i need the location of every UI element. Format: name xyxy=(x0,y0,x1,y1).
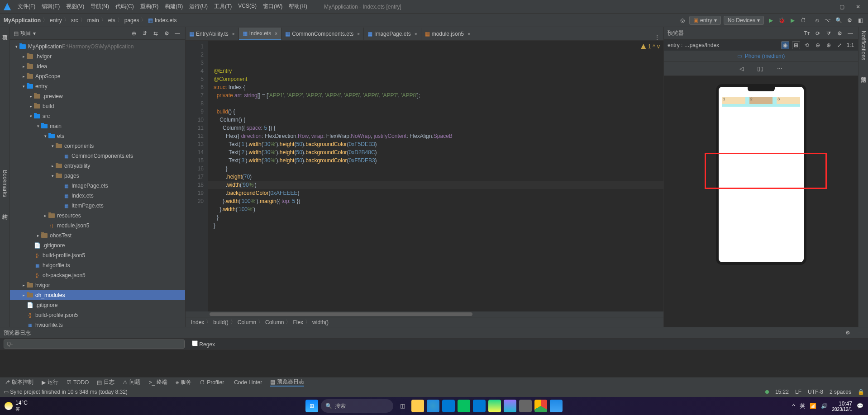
status-line-ending[interactable]: LF xyxy=(795,389,801,395)
code-crumb[interactable]: Index xyxy=(191,319,204,325)
tab-close-icon[interactable]: × xyxy=(415,32,417,37)
crumb[interactable]: pages xyxy=(124,17,139,24)
tree-row[interactable]: ▾ets xyxy=(10,131,185,141)
editor-tab[interactable]: ▦CommonComponents.ets× xyxy=(281,28,364,40)
gutter-previewer[interactable]: 预览器 xyxy=(859,71,867,75)
close-icon[interactable]: ✕ xyxy=(852,2,864,11)
sidebar-title[interactable]: ▤ 项目 ▾ xyxy=(14,29,36,37)
menu-代码(C)[interactable]: 代码(C) xyxy=(112,3,137,10)
pycharm-icon[interactable] xyxy=(488,400,501,412)
menu-VCS(S)[interactable]: VCS(S) xyxy=(235,3,260,10)
tree-row[interactable]: ▦ImagePage.ets xyxy=(10,181,185,191)
target-icon[interactable]: ◎ xyxy=(678,16,687,24)
git-icon[interactable]: ⌥ xyxy=(824,16,832,24)
crumb[interactable]: MyApplication xyxy=(4,17,41,24)
minimize-icon[interactable]: — xyxy=(819,2,832,11)
tool-运行[interactable]: ▶运行 xyxy=(42,378,58,386)
tree-row[interactable]: ▸.idea xyxy=(10,61,185,71)
gutter-bookmarks[interactable]: Bookmarks xyxy=(2,168,8,199)
tree-row[interactable]: ▸oh_modules xyxy=(10,290,185,300)
crumb[interactable]: src xyxy=(71,17,78,24)
settings-icon[interactable]: ⚙ xyxy=(845,16,854,24)
tree-row[interactable]: ▾main xyxy=(10,121,185,131)
menu-视图(V)[interactable]: 视图(V) xyxy=(63,3,87,10)
code-crumb[interactable]: build() xyxy=(213,319,228,325)
menu-编辑(E)[interactable]: 编辑(E) xyxy=(38,3,63,10)
tab-close-icon[interactable]: × xyxy=(467,32,470,37)
locate-icon[interactable]: ⊕ xyxy=(130,29,138,38)
code-crumb[interactable]: Column xyxy=(265,319,284,325)
gear-icon[interactable]: ⚙ xyxy=(162,29,171,38)
tool-终端[interactable]: >_终端 xyxy=(148,378,167,386)
nav-multi-icon[interactable]: ⊞ xyxy=(792,41,800,49)
expand-icon[interactable]: ⇵ xyxy=(141,29,149,38)
code-crumb[interactable]: Flex xyxy=(293,319,303,325)
status-encoding[interactable]: UTF-8 xyxy=(808,389,823,395)
tt-icon[interactable]: Tт xyxy=(803,29,811,38)
fold-icon[interactable]: ▯▯ xyxy=(754,65,766,73)
tray-clock[interactable]: 10:47 2023/12/1 xyxy=(832,401,853,412)
hide-icon[interactable]: — xyxy=(846,29,854,38)
tool-问题[interactable]: ⚠问题 xyxy=(123,378,140,386)
vscode-icon[interactable] xyxy=(473,400,486,412)
tree-row[interactable]: ▦ItemPage.ets xyxy=(10,201,185,211)
tool-Code Linter[interactable]: Code Linter xyxy=(232,379,262,386)
explorer-icon[interactable] xyxy=(411,400,424,412)
menu-帮助(H)[interactable]: 帮助(H) xyxy=(286,3,310,10)
coverage-icon[interactable]: ▶ xyxy=(788,16,796,24)
gutter-structure[interactable]: 结构 xyxy=(1,208,9,212)
tree-row[interactable]: {}module.json5 xyxy=(10,221,185,231)
tree-row[interactable]: {}oh-package.json5 xyxy=(10,270,185,280)
datagrip-icon[interactable] xyxy=(504,400,516,412)
tray-volume-icon[interactable]: 🔊 xyxy=(821,403,828,409)
tree-row[interactable]: ▸build xyxy=(10,101,185,111)
crumb[interactable]: main xyxy=(87,17,99,24)
tool-日志[interactable]: ▤日志 xyxy=(97,378,114,386)
tree-row[interactable]: {}build-profile.json5 xyxy=(10,250,185,260)
menu-导航(N)[interactable]: 导航(N) xyxy=(87,3,112,10)
zoom-out-icon[interactable]: ⊖ xyxy=(814,41,822,49)
fit-icon[interactable]: ⤢ xyxy=(835,41,844,49)
regex-checkbox[interactable]: Regex xyxy=(192,340,215,348)
code-breadcrumb[interactable]: Index〉build()〉Column〉Column〉Flex〉width() xyxy=(186,317,663,327)
menu-窗口(W)[interactable]: 窗口(W) xyxy=(260,3,286,10)
editor-tab[interactable]: ▦ImagePage.ets× xyxy=(364,28,421,40)
readonly-icon[interactable]: 🔒 xyxy=(858,389,864,395)
tab-close-icon[interactable]: × xyxy=(275,31,277,36)
gear-icon[interactable]: ⚙ xyxy=(835,29,844,38)
deveco-icon[interactable] xyxy=(550,400,563,412)
tree-row[interactable]: ▾MyApplication E:\HarmonyOS\MyApplicatio… xyxy=(10,42,185,52)
menu-文件(F)[interactable]: 文件(F) xyxy=(14,3,38,10)
taskbar-search[interactable]: 🔍 搜索 xyxy=(321,399,393,413)
wechat-icon[interactable] xyxy=(458,400,470,412)
editor-tab[interactable]: ▦module.json5× xyxy=(421,28,474,40)
menu-运行(U)[interactable]: 运行(U) xyxy=(186,3,211,10)
project-tree[interactable]: ▾MyApplication E:\HarmonyOS\MyApplicatio… xyxy=(10,40,185,327)
tray-ime-icon[interactable]: 英 xyxy=(800,402,805,410)
code-crumb[interactable]: Column xyxy=(238,319,256,325)
tab-close-icon[interactable]: × xyxy=(232,32,235,37)
filter-icon[interactable]: ⧩ xyxy=(825,29,833,38)
log-search-input[interactable] xyxy=(4,340,185,349)
tree-row[interactable]: ▸AppScope xyxy=(10,71,185,81)
tool-版本控制[interactable]: ⎇版本控制 xyxy=(4,378,33,386)
tree-row[interactable]: ▸.preview xyxy=(10,91,185,101)
tree-row[interactable]: ▦hvigorfile.ts xyxy=(10,260,185,270)
tree-row[interactable]: ▸resources xyxy=(10,211,185,221)
tool-TODO[interactable]: ☑TODO xyxy=(67,379,89,386)
inspector-icon[interactable]: ◉ xyxy=(781,41,789,49)
tool-预览器日志[interactable]: ▤预览器日志 xyxy=(270,378,304,387)
tree-row[interactable]: 📄.gitignore xyxy=(10,241,185,250)
device-label[interactable]: ▭ Phone (medium) xyxy=(664,51,858,61)
attach-icon[interactable]: ⎋ xyxy=(813,16,821,24)
search-icon[interactable]: 🔍 xyxy=(835,16,843,24)
maximize-icon[interactable]: ▢ xyxy=(835,2,848,11)
tool-服务[interactable]: ⎈服务 xyxy=(176,378,191,386)
tree-row[interactable]: ▸hvigor xyxy=(10,280,185,290)
back-icon[interactable]: ◁ xyxy=(737,65,746,73)
profile-icon[interactable]: ⏱ xyxy=(799,16,807,24)
tree-row[interactable]: ▾components xyxy=(10,141,185,151)
more-icon[interactable]: ⋯ xyxy=(774,65,785,73)
status-indent[interactable]: 2 spaces xyxy=(830,389,851,395)
zoom-in-icon[interactable]: ⊕ xyxy=(825,41,833,49)
